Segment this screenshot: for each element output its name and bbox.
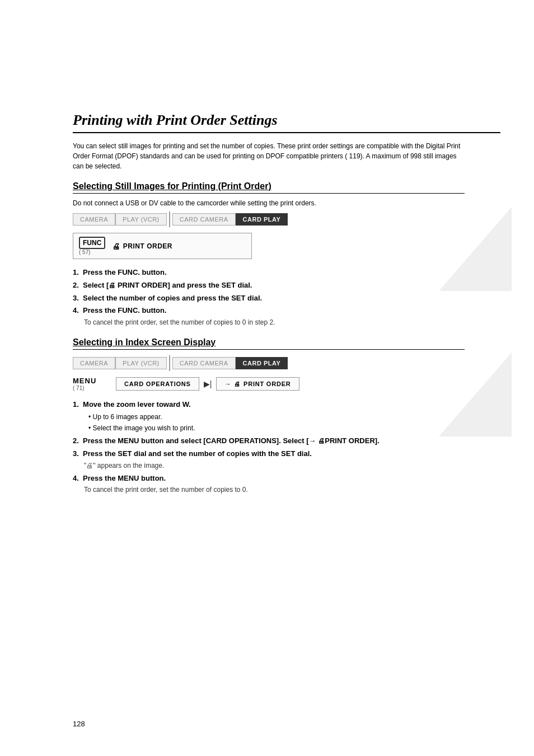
step-2-1-text: Move the zoom lever toward W. [83, 400, 191, 408]
step-1-2: 2. Select [🖨 PRINT ORDER] and press the … [73, 280, 453, 292]
step-2-1: 1. Move the zoom lever toward W. Up to 6… [73, 399, 453, 433]
mode-btn-card-play-1[interactable]: CARD PLAY [236, 213, 288, 226]
mode-btn-play-vcr-2[interactable]: PLAY (VCR) [115, 357, 167, 369]
func-print-order-label: PRINT ORDER [123, 242, 172, 250]
step-1-4-note: To cancel the print order, set the numbe… [73, 317, 453, 327]
step-2-1-bullets: Up to 6 images appear. Select the image … [73, 412, 453, 433]
func-sub: ( 57) [79, 249, 105, 255]
func-box: FUNC [79, 237, 105, 249]
section1-steps: 1. Press the FUNC. button. 2. Select [🖨 … [73, 267, 453, 327]
section2-steps: 1. Move the zoom lever toward W. Up to 6… [73, 399, 453, 495]
mode-divider-1 [169, 212, 170, 227]
step-2-2-text: Press the MENU button and select [CARD O… [83, 436, 380, 445]
func-row: FUNC ( 57) 🖨 PRINT ORDER [73, 233, 252, 259]
step-2-4: 4. Press the MENU button. To cancel the … [73, 473, 453, 495]
menu-sub: ( 71) [73, 385, 109, 391]
mode-bar-2: CAMERA PLAY (VCR) CARD CAMERA CARD PLAY [73, 355, 409, 371]
step-2-3: 3. Press the SET dial and set the number… [73, 448, 453, 471]
mode-divider-2 [169, 355, 170, 371]
step-2-3-text: Press the SET dial and set the number of… [83, 449, 312, 458]
intro-text: You can select still images for printing… [73, 141, 465, 171]
step-1-3-text: Select the number of copies and press th… [83, 294, 262, 302]
step-1-4-text: Press the FUNC. button. [83, 306, 167, 314]
menu-row: MENU ( 71) CARD OPERATIONS ▶| → 🖨 PRINT … [73, 377, 409, 391]
step-1-1-text: Press the FUNC. button. [83, 268, 167, 276]
mode-btn-camera-2[interactable]: CAMERA [73, 357, 115, 369]
mode-btn-card-play-2[interactable]: CARD PLAY [236, 357, 288, 369]
mode-btn-camera-1[interactable]: CAMERA [73, 213, 115, 226]
mode-btn-play-vcr-1[interactable]: PLAY (VCR) [115, 213, 167, 226]
mode-btn-card-camera-2[interactable]: CARD CAMERA [172, 357, 236, 369]
step-2-4-text: Press the MENU button. [83, 474, 166, 482]
bullet-2-1-1: Up to 6 images appear. [88, 412, 453, 422]
page-title: Printing with Print Order Settings [73, 112, 500, 133]
print-order-doc-icon: 🖨 [234, 381, 241, 387]
step-2-2: 2. Press the MENU button and select [CAR… [73, 435, 453, 447]
menu-print-order-label: PRINT ORDER [243, 381, 291, 387]
step-1-4: 4. Press the FUNC. button. To cancel the… [73, 305, 453, 327]
menu-arrow-right-icon: → [224, 381, 231, 387]
page-number: 128 [73, 720, 85, 728]
step-1-1: 1. Press the FUNC. button. [73, 267, 453, 279]
step-2-3-note: "🖨" appears on the image. [73, 461, 453, 471]
step-2-4-note: To cancel the print order, set the numbe… [73, 485, 453, 495]
step-1-3: 3. Select the number of copies and press… [73, 293, 453, 304]
menu-arrow-icon: ▶| [199, 379, 217, 388]
func-content: 🖨 PRINT ORDER [112, 242, 172, 251]
menu-item-card-ops: CARD OPERATIONS [116, 377, 199, 391]
mode-bar-1: CAMERA PLAY (VCR) CARD CAMERA CARD PLAY [73, 212, 409, 227]
section2-title: Selecting in Index Screen Display [73, 337, 465, 350]
step-1-2-text: Select [🖨 PRINT ORDER] and press the SET… [83, 281, 252, 289]
section1-title: Selecting Still Images for Printing (Pri… [73, 181, 465, 194]
bullet-2-1-2: Select the image you wish to print. [88, 423, 453, 433]
section1-note: Do not connect a USB or DV cable to the … [73, 199, 500, 207]
menu-item-print-order: → 🖨 PRINT ORDER [216, 377, 299, 391]
print-order-icon: 🖨 [112, 242, 120, 251]
menu-label: MENU [73, 377, 104, 385]
mode-btn-card-camera-1[interactable]: CARD CAMERA [172, 213, 236, 226]
